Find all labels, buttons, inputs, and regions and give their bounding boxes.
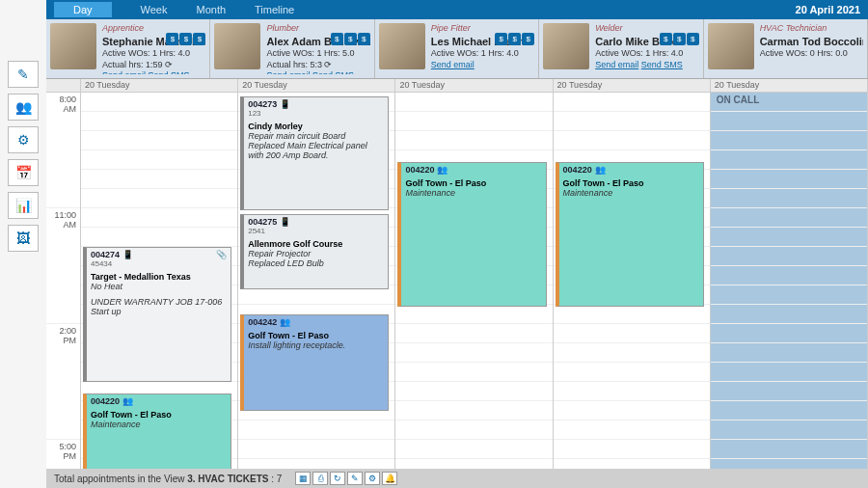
appt-id: 004273	[248, 99, 277, 109]
tab-timeline[interactable]: Timeline	[255, 4, 294, 15]
appointment[interactable]: 00427445434Target - Medallion TexasNo He…	[83, 247, 231, 382]
technician-strip: ApprenticeStephanie MacmillanActive WOs:…	[46, 19, 868, 79]
appt-sub: 2541	[248, 227, 384, 235]
sidebar-button[interactable]: ⚙	[8, 126, 39, 153]
appt-location: Golf Town - El Paso	[248, 331, 384, 340]
badge-icon: $	[522, 33, 534, 45]
tech-actual: Actual hrs: 1:59 ⟳	[102, 60, 205, 71]
appt-extra: UNDER WARRANTY JOB 17-006Start up	[91, 297, 227, 316]
badge-icon: $	[344, 33, 357, 45]
avatar	[50, 23, 96, 69]
appointment[interactable]: 004273123Cindy MorleyRepair main circuit…	[240, 96, 389, 210]
appt-id: 004274	[91, 250, 120, 259]
appt-location: Allenmore Golf Course	[248, 239, 384, 249]
sidebar-button[interactable]: 📅	[8, 159, 39, 186]
appointment[interactable]: 004220Golf Town - El PasoMaintenance	[83, 393, 231, 469]
day-column[interactable]: 20 Tuesday004220Golf Town - El PasoMaint…	[554, 79, 711, 469]
appointment[interactable]: 004220Golf Town - El PasoMaintenance	[397, 162, 546, 307]
technician-card[interactable]: WelderCarlo Mike BoccoActive WOs: 1 Hrs:…	[539, 19, 703, 78]
badge-icon: $	[331, 33, 343, 45]
appt-sub: 123	[248, 109, 384, 118]
day-column[interactable]: 20 Tuesday004220Golf Town - El PasoMaint…	[395, 79, 553, 469]
time-label: 11:00 AM	[46, 208, 80, 324]
appt-location: Golf Town - El Paso	[91, 410, 227, 420]
people-icon	[120, 396, 133, 406]
footer-text: Total appointments in the View 3. HVAC T…	[54, 474, 282, 484]
people-icon	[592, 165, 606, 175]
appointment[interactable]: 0042752541Allenmore Golf CourseRepair Pr…	[240, 214, 389, 289]
footer-icon[interactable]: ⚙	[365, 472, 380, 485]
appt-sub: 45434	[91, 259, 227, 268]
phone-icon	[277, 99, 290, 109]
appointment[interactable]: 004220Golf Town - El PasoMaintenance	[556, 162, 704, 307]
column-header: 20 Tuesday	[711, 79, 867, 93]
tab-day[interactable]: Day	[54, 2, 112, 17]
avatar	[543, 23, 589, 69]
day-column[interactable]: 20 TuesdayON CALL	[711, 79, 868, 469]
people-icon	[277, 317, 290, 327]
avatar	[214, 23, 260, 69]
day-column[interactable]: 20 Tuesday00427445434Target - Medallion …	[81, 79, 238, 469]
send-email-link[interactable]: Send email	[431, 60, 475, 69]
appt-desc: Maintenance	[91, 420, 227, 429]
attachment-icon: 📎	[216, 250, 227, 259]
time-label: 5:00 PM	[46, 440, 80, 469]
current-date: 20 April 2021	[796, 4, 860, 15]
tab-week[interactable]: Week	[141, 4, 168, 15]
send-email-link[interactable]: Send email	[595, 60, 638, 69]
tab-month[interactable]: Month	[196, 4, 226, 15]
technician-card[interactable]: PlumberAlex Adam BendavidActive WOs: 1 H…	[210, 19, 374, 78]
time-label: 2:00 PM	[46, 324, 80, 440]
send-sms-link[interactable]: Send SMS	[149, 70, 190, 74]
tech-wo: Active WOs: 1 Hrs: 4.0	[102, 48, 205, 60]
day-column[interactable]: 20 Tuesday004273123Cindy MorleyRepair ma…	[238, 79, 395, 469]
send-email-link[interactable]: Send email	[102, 70, 146, 74]
appt-desc: Repair main circuit BoardReplaced Main E…	[248, 131, 384, 160]
appt-id: 004220	[91, 396, 120, 406]
technician-card[interactable]: HVAC TechnicianCarman Tod BoccoliniActiv…	[704, 19, 868, 78]
tech-wo: Active WOs: 1 Hrs: 5.0	[266, 48, 369, 60]
badge-icon: $	[179, 33, 192, 45]
appt-desc: Maintenance	[563, 188, 699, 198]
tech-role: HVAC Technician	[760, 23, 863, 35]
badge-icon: $	[687, 33, 699, 45]
badge-icon: $	[193, 33, 205, 45]
footer-icon[interactable]: ⎙	[312, 472, 328, 485]
footer-icon[interactable]: ↻	[330, 472, 345, 485]
technician-card[interactable]: ApprenticeStephanie MacmillanActive WOs:…	[46, 19, 210, 78]
sidebar: ✎👥⚙📅📊🖼	[0, 58, 46, 255]
badge-icon: $	[358, 33, 370, 45]
gutter-header	[46, 79, 80, 93]
footer-icon[interactable]: ✎	[347, 472, 363, 485]
time-gutter: 8:00 AM11:00 AM2:00 PM5:00 PM	[46, 79, 81, 469]
send-sms-link[interactable]: Send SMS	[312, 70, 354, 74]
status-bar: Total appointments in the View 3. HVAC T…	[46, 469, 868, 488]
tech-wo: Active WOs: 1 Hrs: 4.0	[431, 48, 534, 60]
send-email-link[interactable]: Send email	[266, 70, 310, 74]
footer-icon[interactable]: 🔔	[382, 472, 397, 485]
appt-id: 004220	[405, 165, 434, 175]
appointment[interactable]: 004242Golf Town - El PasoInstall lightin…	[240, 314, 389, 411]
footer-icon[interactable]: ▦	[295, 472, 311, 485]
time-label: 8:00 AM	[46, 93, 80, 208]
send-sms-link[interactable]: Send SMS	[641, 60, 683, 69]
appt-location: Golf Town - El Paso	[563, 178, 699, 188]
appt-desc: Maintenance	[405, 188, 541, 198]
appt-location: Target - Medallion Texas	[91, 272, 227, 282]
appt-desc: Repair ProjectorReplaced LED Bulb	[248, 249, 384, 268]
sidebar-button[interactable]: 🖼	[8, 225, 39, 252]
sidebar-button[interactable]: 📊	[8, 192, 39, 219]
appt-location: Cindy Morley	[248, 122, 384, 131]
sidebar-button[interactable]: 👥	[8, 94, 39, 121]
technician-card[interactable]: Pipe FitterLes Michael BraunActive WOs: …	[375, 19, 539, 78]
badge-icon: $	[166, 33, 178, 45]
tech-wo: Active WOs: 0 Hrs: 0.0	[760, 48, 863, 60]
appt-desc: No Heat	[91, 282, 227, 291]
calendar: 8:00 AM11:00 AM2:00 PM5:00 PM 20 Tuesday…	[46, 79, 868, 469]
column-header: 20 Tuesday	[554, 79, 710, 93]
sidebar-button[interactable]: ✎	[8, 61, 39, 88]
tech-name: Carman Tod Boccolini	[760, 35, 863, 48]
phone-icon	[120, 250, 133, 259]
appt-id: 004242	[248, 317, 277, 327]
oncall-label: ON CALL	[717, 95, 759, 105]
